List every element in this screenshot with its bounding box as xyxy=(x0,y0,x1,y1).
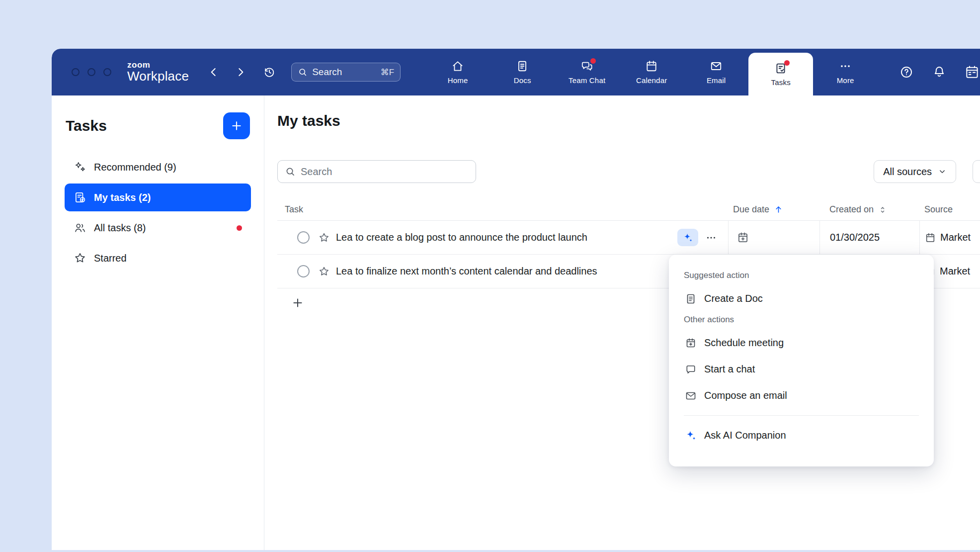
column-header-source[interactable]: Source xyxy=(919,204,980,215)
sidebar-item-label: All tasks (8) xyxy=(94,222,146,234)
task-title[interactable]: Lea to finalize next month’s content cal… xyxy=(336,266,597,277)
task-cell: Lea to finalize next month’s content cal… xyxy=(277,255,728,288)
task-complete-checkbox[interactable] xyxy=(297,265,310,277)
calendar-icon xyxy=(645,60,658,73)
menu-item-label: Schedule meeting xyxy=(704,337,784,349)
menu-item-create-doc[interactable]: Create a Doc xyxy=(683,285,920,312)
envelope-icon xyxy=(685,390,697,402)
notifications-button[interactable] xyxy=(929,62,949,82)
new-task-button[interactable] xyxy=(223,112,250,139)
ai-sparkle-icon xyxy=(685,430,697,442)
column-header-due-date[interactable]: Due date xyxy=(728,204,819,215)
team-chat-notification-dot xyxy=(590,58,596,64)
task-title[interactable]: Lea to create a blog post to announce th… xyxy=(336,232,587,243)
global-search[interactable]: Search ⌘F xyxy=(291,63,401,82)
nav-home-label: Home xyxy=(448,76,468,85)
plus-icon xyxy=(230,119,243,132)
forward-button[interactable] xyxy=(231,62,250,82)
nav-email[interactable]: Email xyxy=(684,49,748,95)
add-due-date-button[interactable] xyxy=(736,231,749,244)
nav-calendar-label: Calendar xyxy=(636,76,667,85)
nav-home[interactable]: Home xyxy=(425,49,490,95)
topbar-right-actions xyxy=(897,62,980,82)
bell-icon xyxy=(932,65,946,79)
created-on-cell: 01/30/2025 xyxy=(819,221,919,254)
nav-docs[interactable]: Docs xyxy=(490,49,555,95)
nav-tasks[interactable]: Tasks xyxy=(748,53,813,95)
back-button[interactable] xyxy=(204,62,224,82)
window-control-minimize[interactable] xyxy=(87,68,95,76)
desktop-background: zoom Workplace Search ⌘F Home xyxy=(0,0,980,552)
source-calendar-icon xyxy=(925,232,936,243)
task-check-icon xyxy=(74,191,86,204)
sidebar-item-starred[interactable]: Starred xyxy=(65,244,251,272)
docs-icon xyxy=(516,60,529,73)
plus-icon xyxy=(291,296,304,309)
global-search-placeholder: Search xyxy=(312,67,342,78)
task-more-actions-button[interactable] xyxy=(705,232,717,244)
add-task-button[interactable] xyxy=(291,296,304,309)
task-complete-checkbox[interactable] xyxy=(297,231,310,244)
chevron-right-icon xyxy=(234,66,247,79)
topbar: zoom Workplace Search ⌘F Home xyxy=(52,49,980,95)
calendar-panel-button[interactable] xyxy=(962,62,980,82)
help-icon xyxy=(899,65,913,79)
source-cell: Market xyxy=(919,221,980,254)
star-icon xyxy=(318,232,330,244)
menu-divider xyxy=(684,415,919,416)
menu-item-ask-ai-companion[interactable]: Ask AI Companion xyxy=(683,422,920,449)
menu-item-label: Start a chat xyxy=(704,364,755,375)
topbar-nav: Home Docs Team Chat Calendar xyxy=(425,49,878,95)
zoom-workplace-logo: zoom Workplace xyxy=(127,61,189,83)
calendar-plus-icon xyxy=(685,337,697,349)
task-row-1[interactable]: Lea to create a blog post to announce th… xyxy=(277,221,980,255)
ellipsis-icon xyxy=(705,232,717,244)
sidebar-item-label: My tasks (2) xyxy=(94,192,151,203)
column-header-task[interactable]: Task xyxy=(277,204,728,215)
all-tasks-notification-dot xyxy=(237,225,242,231)
chevron-down-icon xyxy=(938,167,947,176)
sidebar-item-my-tasks[interactable]: My tasks (2) xyxy=(65,184,251,211)
menu-item-start-chat[interactable]: Start a chat xyxy=(683,356,920,382)
search-shortcut: ⌘F xyxy=(381,67,394,78)
star-task-button[interactable] xyxy=(318,232,330,244)
nav-tasks-label: Tasks xyxy=(771,78,790,87)
history-button[interactable] xyxy=(259,62,279,82)
star-task-button[interactable] xyxy=(318,266,330,277)
clipped-toolbar-button[interactable] xyxy=(973,160,980,183)
logo-workplace-text: Workplace xyxy=(127,70,189,83)
sources-filter-dropdown[interactable]: All sources xyxy=(874,160,956,183)
window-control-maximize[interactable] xyxy=(103,68,111,76)
sources-filter-label: All sources xyxy=(883,166,932,178)
menu-item-schedule-meeting[interactable]: Schedule meeting xyxy=(683,330,920,356)
tasks-sidebar: Tasks Recommended (9) My tasks (2) xyxy=(52,95,264,550)
other-actions-header: Other actions xyxy=(684,315,920,325)
sidebar-item-all-tasks[interactable]: All tasks (8) xyxy=(65,214,251,242)
sparkles-icon xyxy=(74,161,86,174)
star-icon xyxy=(318,266,330,277)
column-header-created-on[interactable]: Created on xyxy=(819,204,919,215)
nav-email-label: Email xyxy=(707,76,726,85)
more-icon xyxy=(839,60,852,73)
due-date-cell[interactable] xyxy=(728,221,819,254)
nav-more[interactable]: More xyxy=(813,49,878,95)
calendar-plus-icon xyxy=(736,231,749,244)
doc-icon xyxy=(685,293,697,305)
table-header-row: Task Due date Created on Source xyxy=(277,199,980,221)
nav-calendar[interactable]: Calendar xyxy=(619,49,684,95)
menu-item-label: Compose an email xyxy=(704,390,787,401)
menu-item-label: Create a Doc xyxy=(704,293,763,304)
sidebar-item-recommended[interactable]: Recommended (9) xyxy=(65,153,251,181)
ai-sparkle-icon xyxy=(682,232,693,243)
menu-item-compose-email[interactable]: Compose an email xyxy=(683,382,920,409)
tasks-search-input[interactable] xyxy=(301,166,469,178)
help-button[interactable] xyxy=(897,62,916,82)
ai-companion-actions-button[interactable] xyxy=(677,229,698,246)
nav-team-chat[interactable]: Team Chat xyxy=(555,49,619,95)
window-control-close[interactable] xyxy=(72,68,80,76)
sidebar-header: Tasks xyxy=(52,112,264,153)
star-icon xyxy=(74,252,86,265)
tasks-search[interactable] xyxy=(277,160,476,183)
sidebar-list: Recommended (9) My tasks (2) All tasks (… xyxy=(52,153,264,272)
created-on-value: 01/30/2025 xyxy=(830,232,880,243)
